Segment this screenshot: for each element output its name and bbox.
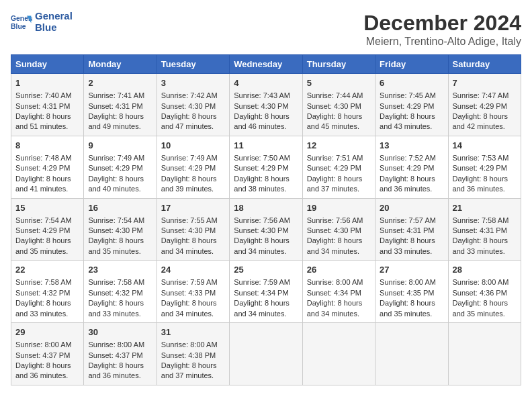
cell-line: Sunset: 4:29 PM (234, 163, 298, 173)
cell-line: and 34 minutes. (307, 246, 371, 257)
cell-line: Sunrise: 7:42 AM (161, 91, 225, 101)
cell-line: and 38 minutes. (234, 184, 298, 194)
cell-line: and 41 minutes. (15, 184, 79, 194)
cell-line: Sunrise: 7:58 AM (453, 216, 517, 226)
cell-line: Sunset: 4:31 PM (380, 226, 443, 236)
day-number: 17 (161, 202, 225, 214)
cell-line: Daylight: 8 hours (307, 111, 371, 122)
cell-line: and 35 minutes. (453, 309, 517, 319)
day-number: 26 (307, 264, 371, 276)
day-number: 2 (88, 77, 152, 89)
cell-line: Daylight: 8 hours (380, 236, 443, 246)
cell-line: Sunset: 4:31 PM (88, 101, 152, 111)
cell-line: Sunset: 4:37 PM (15, 351, 79, 361)
day-number: 5 (307, 77, 371, 89)
cell-line: Daylight: 8 hours (453, 111, 517, 122)
cell-line: Sunset: 4:29 PM (307, 163, 371, 173)
cell-line: Sunrise: 7:58 AM (88, 277, 152, 287)
cell-line: Daylight: 8 hours (15, 298, 79, 308)
calendar-cell: 13Sunrise: 7:52 AMSunset: 4:29 PMDayligh… (375, 136, 448, 198)
day-number: 12 (307, 140, 371, 152)
cell-line: Sunrise: 7:57 AM (380, 216, 443, 226)
cell-line: and 36 minutes. (15, 371, 79, 381)
calendar-cell: 18Sunrise: 7:56 AMSunset: 4:30 PMDayligh… (230, 198, 302, 261)
cell-line: Sunset: 4:37 PM (88, 351, 152, 361)
day-number: 19 (307, 202, 371, 214)
cell-line: Daylight: 8 hours (380, 111, 443, 122)
cell-line: Daylight: 8 hours (453, 236, 517, 246)
cell-line: and 33 minutes. (15, 309, 79, 319)
cell-line: Daylight: 8 hours (88, 236, 152, 246)
cell-line: Sunrise: 7:50 AM (234, 153, 298, 163)
cell-line: and 37 minutes. (161, 371, 225, 381)
cell-line: Sunset: 4:30 PM (161, 101, 225, 111)
calendar-cell: 7Sunrise: 7:47 AMSunset: 4:29 PMDaylight… (448, 74, 521, 136)
cell-line: and 34 minutes. (307, 309, 371, 319)
calendar-cell: 2Sunrise: 7:41 AMSunset: 4:31 PMDaylight… (84, 74, 157, 136)
cell-line: Sunrise: 7:43 AM (234, 91, 298, 101)
calendar-cell: 31Sunrise: 8:00 AMSunset: 4:38 PMDayligh… (157, 323, 229, 385)
calendar-cell (230, 323, 302, 385)
calendar-cell: 19Sunrise: 7:56 AMSunset: 4:30 PMDayligh… (302, 198, 375, 261)
calendar-cell: 25Sunrise: 7:59 AMSunset: 4:34 PMDayligh… (230, 261, 302, 323)
calendar-cell: 15Sunrise: 7:54 AMSunset: 4:29 PMDayligh… (11, 198, 84, 261)
cell-line: and 33 minutes. (453, 246, 517, 257)
week-row-4: 22Sunrise: 7:58 AMSunset: 4:32 PMDayligh… (11, 261, 521, 323)
day-number: 28 (453, 264, 517, 276)
main-title: December 2024 (363, 11, 521, 36)
cell-line: and 46 minutes. (234, 122, 298, 132)
day-number: 7 (453, 77, 517, 89)
cell-line: Sunset: 4:36 PM (453, 288, 517, 298)
title-area: December 2024 Meiern, Trentino-Alto Adig… (363, 11, 521, 48)
calendar-table: SundayMondayTuesdayWednesdayThursdayFrid… (11, 54, 521, 385)
cell-line: Sunrise: 7:41 AM (88, 91, 152, 101)
cell-line: and 35 minutes. (15, 246, 79, 257)
week-row-2: 8Sunrise: 7:48 AMSunset: 4:29 PMDaylight… (11, 136, 521, 198)
logo-text-general: General (35, 11, 73, 22)
cell-line: Sunset: 4:34 PM (307, 288, 371, 298)
cell-line: Daylight: 8 hours (161, 174, 225, 184)
day-number: 18 (234, 202, 298, 214)
cell-line: Sunrise: 8:00 AM (453, 277, 517, 287)
cell-line: and 40 minutes. (88, 184, 152, 194)
cell-line: Sunset: 4:30 PM (307, 226, 371, 236)
cell-line: and 36 minutes. (380, 184, 443, 194)
cell-line: Sunset: 4:32 PM (15, 288, 79, 298)
calendar-cell: 26Sunrise: 8:00 AMSunset: 4:34 PMDayligh… (302, 261, 375, 323)
day-number: 25 (234, 264, 298, 276)
cell-line: Daylight: 8 hours (307, 298, 371, 308)
calendar-cell: 23Sunrise: 7:58 AMSunset: 4:32 PMDayligh… (84, 261, 157, 323)
calendar-cell (448, 323, 521, 385)
subtitle: Meiern, Trentino-Alto Adige, Italy (363, 36, 521, 48)
day-number: 23 (88, 264, 152, 276)
calendar-cell: 11Sunrise: 7:50 AMSunset: 4:29 PMDayligh… (230, 136, 302, 198)
cell-line: Daylight: 8 hours (234, 111, 298, 122)
calendar-cell (375, 323, 448, 385)
cell-line: Sunset: 4:29 PM (161, 163, 225, 173)
cell-line: Daylight: 8 hours (453, 298, 517, 308)
day-number: 9 (88, 140, 152, 152)
cell-line: Sunrise: 8:00 AM (88, 340, 152, 350)
cell-line: Sunrise: 7:49 AM (88, 153, 152, 163)
calendar-cell: 10Sunrise: 7:49 AMSunset: 4:29 PMDayligh… (157, 136, 229, 198)
cell-line: Sunset: 4:29 PM (15, 226, 79, 236)
week-row-5: 29Sunrise: 8:00 AMSunset: 4:37 PMDayligh… (11, 323, 521, 385)
cell-line: Sunrise: 7:54 AM (88, 216, 152, 226)
calendar-cell: 12Sunrise: 7:51 AMSunset: 4:29 PMDayligh… (302, 136, 375, 198)
logo-icon: General Blue (11, 11, 32, 33)
cell-line: and 34 minutes. (234, 309, 298, 319)
cell-line: Sunrise: 8:00 AM (380, 277, 443, 287)
cell-line: Sunrise: 7:48 AM (15, 153, 79, 163)
cell-line: Sunrise: 8:00 AM (15, 340, 79, 350)
cell-line: and 47 minutes. (161, 122, 225, 132)
day-number: 31 (161, 326, 225, 338)
calendar-cell: 21Sunrise: 7:58 AMSunset: 4:31 PMDayligh… (448, 198, 521, 261)
calendar-cell: 4Sunrise: 7:43 AMSunset: 4:30 PMDaylight… (230, 74, 302, 136)
cell-line: Sunset: 4:30 PM (234, 101, 298, 111)
cell-line: Daylight: 8 hours (88, 298, 152, 308)
cell-line: Daylight: 8 hours (234, 298, 298, 308)
cell-line: and 51 minutes. (15, 122, 79, 132)
col-header-tuesday: Tuesday (157, 55, 229, 74)
day-number: 21 (453, 202, 517, 214)
cell-line: and 34 minutes. (161, 246, 225, 257)
